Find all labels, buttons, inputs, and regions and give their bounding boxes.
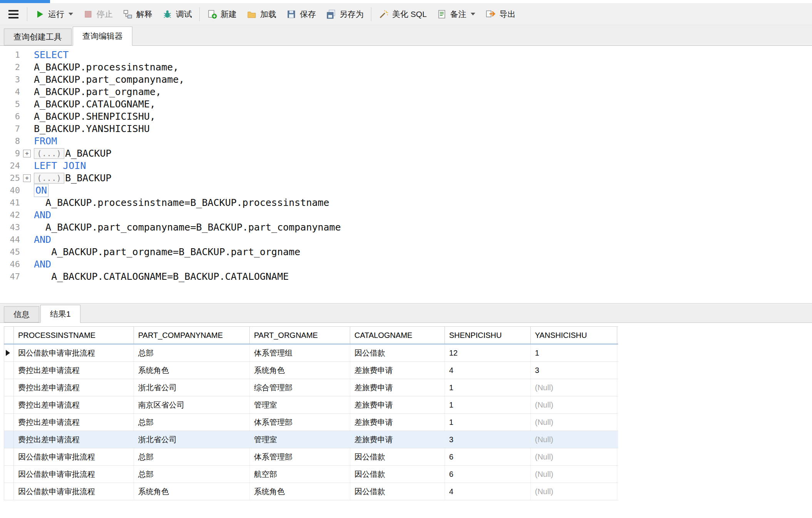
editor-line[interactable]: 25+(...)B_BACKUP (0, 172, 812, 184)
table-cell[interactable]: (Null) (531, 396, 617, 413)
chevron-down-icon[interactable] (69, 13, 73, 15)
table-cell[interactable]: (Null) (531, 431, 617, 448)
editor-line[interactable]: 9+(...)A_BACKUP (0, 147, 812, 160)
export-button[interactable]: 导出 (480, 5, 521, 23)
table-cell[interactable]: 费控出差申请流程 (14, 379, 134, 396)
editor-line[interactable]: 42AND (0, 209, 812, 221)
table-cell[interactable]: 1 (531, 344, 617, 361)
table-cell[interactable]: 费控出差申请流程 (14, 431, 134, 448)
table-row[interactable]: 费控出差申请流程浙北省公司综合管理部差旅费申请1(Null) (4, 379, 618, 396)
editor-line[interactable]: 4A_BACKUP.part_orgname, (0, 86, 812, 98)
note-button[interactable]: 备注 (432, 5, 480, 23)
editor-line[interactable]: 6A_BACKUP.SHENPICISHU, (0, 110, 812, 123)
table-cell[interactable]: (Null) (531, 466, 617, 483)
fold-expand-icon[interactable]: + (23, 150, 31, 157)
column-header[interactable]: CATALOGNAME (350, 327, 445, 344)
chevron-down-icon[interactable] (471, 13, 475, 15)
table-cell[interactable]: 南京区省公司 (134, 396, 250, 413)
table-row[interactable]: 因公借款申请审批流程总部体系管理部因公借款6(Null) (4, 448, 618, 466)
editor-line[interactable]: 45 A_BACKUP.part_orgname=B_BACKUP.part_o… (0, 246, 812, 258)
table-cell[interactable]: 差旅费申请 (350, 379, 445, 396)
table-cell[interactable]: 6 (445, 466, 531, 483)
table-cell[interactable]: 费控出差申请流程 (14, 414, 134, 431)
table-cell[interactable]: 系统角色 (250, 483, 350, 500)
save-as-button[interactable]: 另存为 (321, 5, 369, 23)
table-cell[interactable]: 差旅费申请 (350, 431, 445, 448)
fold-expand-icon[interactable]: + (23, 174, 31, 182)
column-header[interactable]: PART_COMPANYNAME (134, 327, 250, 344)
table-cell[interactable]: 3 (445, 431, 531, 448)
editor-line[interactable]: 40ON (0, 184, 812, 197)
table-cell[interactable]: 1 (445, 379, 531, 396)
table-row[interactable]: 因公借款申请审批流程总部航空部因公借款6(Null) (4, 466, 618, 483)
table-cell[interactable]: 体系管理部 (250, 448, 350, 465)
hamburger-menu-button[interactable] (5, 10, 25, 18)
tab-info[interactable]: 信息 (4, 306, 39, 322)
tab-query-editor[interactable]: 查询编辑器 (73, 27, 132, 46)
sql-editor[interactable]: 1SELECT2A_BACKUP.processinstname,3A_BACK… (0, 46, 812, 304)
editor-line[interactable]: 3A_BACKUP.part_companyname, (0, 74, 812, 86)
tab-query-builder[interactable]: 查询创建工具 (4, 28, 72, 45)
table-cell[interactable]: 系统角色 (250, 362, 350, 379)
editor-line[interactable]: 24LEFT JOIN (0, 160, 812, 172)
table-cell[interactable]: 体系管理部 (250, 414, 350, 431)
table-cell[interactable]: 综合管理部 (250, 379, 350, 396)
table-cell[interactable]: (Null) (531, 379, 617, 396)
table-cell[interactable]: 总部 (134, 414, 250, 431)
table-cell[interactable]: 因公借款 (350, 448, 445, 465)
table-cell[interactable]: 6 (445, 448, 531, 465)
editor-line[interactable]: 5A_BACKUP.CATALOGNAME, (0, 98, 812, 110)
collapsed-region[interactable]: (...) (34, 173, 64, 184)
stop-button[interactable]: 停止 (78, 5, 118, 23)
table-row[interactable]: 费控出差申请流程浙北省公司管理室差旅费申请3(Null) (4, 431, 618, 448)
editor-line[interactable]: 41 A_BACKUP.processinstname=B_BACKUP.pro… (0, 197, 812, 209)
table-cell[interactable]: 因公借款申请审批流程 (14, 483, 134, 500)
table-cell[interactable]: 因公借款申请审批流程 (14, 344, 134, 361)
collapsed-region[interactable]: (...) (34, 148, 64, 159)
table-cell[interactable]: 总部 (134, 344, 250, 361)
table-cell[interactable]: 4 (445, 483, 531, 500)
editor-line[interactable]: 43 A_BACKUP.part_companyname=B_BACKUP.pa… (0, 221, 812, 234)
table-cell[interactable]: 因公借款申请审批流程 (14, 448, 134, 465)
table-cell[interactable]: 1 (445, 414, 531, 431)
table-cell[interactable]: 因公借款 (350, 344, 445, 361)
table-cell[interactable]: 12 (445, 344, 531, 361)
table-cell[interactable]: 体系管理组 (250, 344, 350, 361)
table-cell[interactable]: 浙北省公司 (134, 431, 250, 448)
column-header[interactable]: SHENPICISHU (445, 327, 531, 344)
table-cell[interactable]: 总部 (134, 448, 250, 465)
editor-line[interactable]: 7B_BACKUP.YANSHICISHU (0, 123, 812, 135)
editor-line[interactable]: 2A_BACKUP.processinstname, (0, 61, 812, 74)
editor-line[interactable]: 47 A_BACKUP.CATALOGNAME=B_BACKUP.CATALOG… (0, 271, 812, 283)
editor-line[interactable]: 8FROM (0, 135, 812, 147)
editor-line[interactable]: 46AND (0, 258, 812, 271)
column-header[interactable]: PART_ORGNAME (250, 327, 350, 344)
editor-line[interactable]: 44AND (0, 234, 812, 246)
table-row[interactable]: 费控出差申请流程系统角色系统角色差旅费申请43 (4, 362, 618, 379)
explain-button[interactable]: 解释 (118, 5, 157, 23)
table-cell[interactable]: (Null) (531, 483, 617, 500)
table-cell[interactable]: 因公借款 (350, 466, 445, 483)
beautify-sql-button[interactable]: 美化 SQL (374, 5, 432, 23)
table-cell[interactable]: 1 (445, 396, 531, 413)
table-row[interactable]: 费控出差申请流程南京区省公司管理室差旅费申请1(Null) (4, 396, 618, 414)
table-cell[interactable]: 管理室 (250, 396, 350, 413)
save-button[interactable]: 保存 (281, 5, 321, 23)
table-cell[interactable]: 管理室 (250, 431, 350, 448)
editor-line[interactable]: 1SELECT (0, 49, 812, 61)
table-cell[interactable]: 费控出差申请流程 (14, 362, 134, 379)
table-row[interactable]: 费控出差申请流程总部体系管理部差旅费申请1(Null) (4, 414, 618, 431)
new-button[interactable]: 新建 (202, 5, 242, 23)
table-cell[interactable]: 浙北省公司 (134, 379, 250, 396)
tab-result1[interactable]: 结果1 (40, 305, 80, 323)
table-cell[interactable]: 4 (445, 362, 531, 379)
table-cell[interactable]: 差旅费申请 (350, 362, 445, 379)
table-cell[interactable]: 因公借款 (350, 483, 445, 500)
debug-button[interactable]: 调试 (157, 5, 197, 23)
run-button[interactable]: 运行 (30, 5, 78, 23)
column-header[interactable]: YANSHICISHU (531, 327, 617, 344)
table-cell[interactable]: 因公借款申请审批流程 (14, 466, 134, 483)
table-row[interactable]: 因公借款申请审批流程总部体系管理组因公借款121 (4, 344, 618, 362)
table-cell[interactable]: (Null) (531, 448, 617, 465)
column-header[interactable]: PROCESSINSTNAME (14, 327, 134, 344)
